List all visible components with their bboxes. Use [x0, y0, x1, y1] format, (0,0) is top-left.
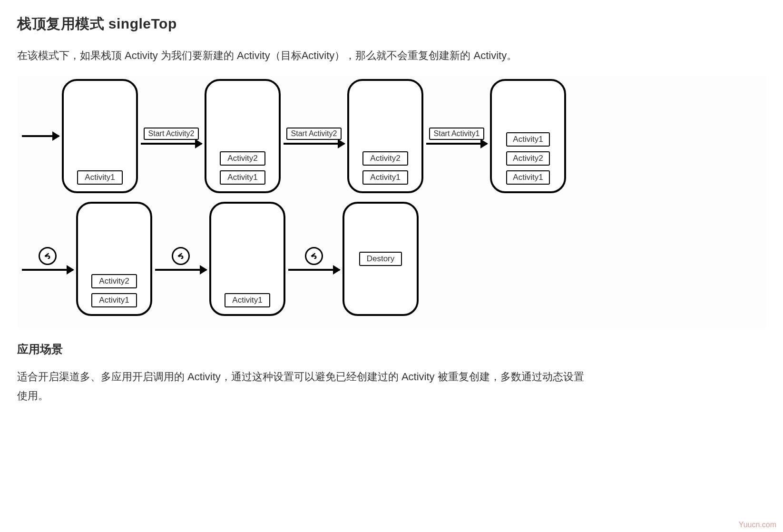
- activity-box: Activity1: [220, 170, 265, 185]
- activity-box: Activity1: [77, 170, 122, 185]
- task-stack-3: Activity1 Activity2: [347, 79, 423, 193]
- usecase-heading: 应用场景: [17, 342, 766, 357]
- task-stack-5: Activity1 Activity2: [76, 202, 152, 316]
- arrow-line-icon: [155, 269, 206, 271]
- arrow-line-icon: [284, 143, 344, 145]
- back-icon: [39, 247, 57, 265]
- arrow-label: Start Activity2: [286, 128, 342, 140]
- arrow-line-icon: [22, 269, 73, 271]
- task-stack-6: Activity1: [209, 202, 285, 316]
- section-heading: 栈顶复用模式 singleTop: [17, 14, 766, 34]
- task-stack-4: Activity1 Activity2 Activity1: [490, 79, 566, 193]
- diagram-row-2: Activity1 Activity2 Activity1 Destory: [19, 202, 764, 316]
- arrow-start-activity2-a: Start Activity2: [138, 128, 205, 145]
- arrow-label: Start Activity2: [144, 128, 199, 140]
- arrow-back-1: [19, 247, 76, 271]
- activity-box: Activity1: [362, 170, 408, 185]
- diagram-container: Activity1 Start Activity2 Activity1 Acti…: [17, 76, 766, 328]
- activity-box: Activity1: [506, 132, 549, 147]
- activity-box: Activity1: [91, 293, 137, 307]
- arrow-initial: [19, 135, 62, 137]
- task-stack-2: Activity1 Activity2: [205, 79, 281, 193]
- usecase-paragraph: 适合开启渠道多、多应用开启调用的 Activity，通过这种设置可以避免已经创建…: [17, 367, 588, 406]
- intro-paragraph: 在该模式下，如果栈顶 Activity 为我们要新建的 Activity（目标A…: [17, 46, 588, 66]
- arrow-line-icon: [426, 143, 487, 145]
- activity-box: Activity2: [220, 151, 265, 166]
- activity-box: Activity1: [225, 293, 270, 307]
- arrow-back-2: [152, 247, 209, 271]
- activity-box: Activity2: [362, 151, 408, 166]
- arrow-line-icon: [141, 143, 202, 145]
- arrow-back-3: [285, 247, 343, 271]
- back-icon: [172, 247, 190, 265]
- arrow-label: Start Activity1: [429, 128, 485, 140]
- arrow-line-icon: [22, 135, 59, 137]
- task-stack-1: Activity1: [62, 79, 138, 193]
- destroy-label: Destory: [359, 252, 402, 266]
- activity-box: Activity1: [506, 170, 549, 185]
- activity-box: Activity2: [91, 274, 137, 288]
- arrow-line-icon: [288, 269, 340, 271]
- back-icon: [305, 247, 323, 265]
- arrow-start-activity1: Start Activity1: [423, 128, 490, 145]
- activity-box: Activity2: [506, 151, 549, 166]
- diagram-row-1: Activity1 Start Activity2 Activity1 Acti…: [19, 79, 764, 193]
- task-stack-7: Destory: [343, 202, 419, 316]
- arrow-start-activity2-b: Start Activity2: [281, 128, 347, 145]
